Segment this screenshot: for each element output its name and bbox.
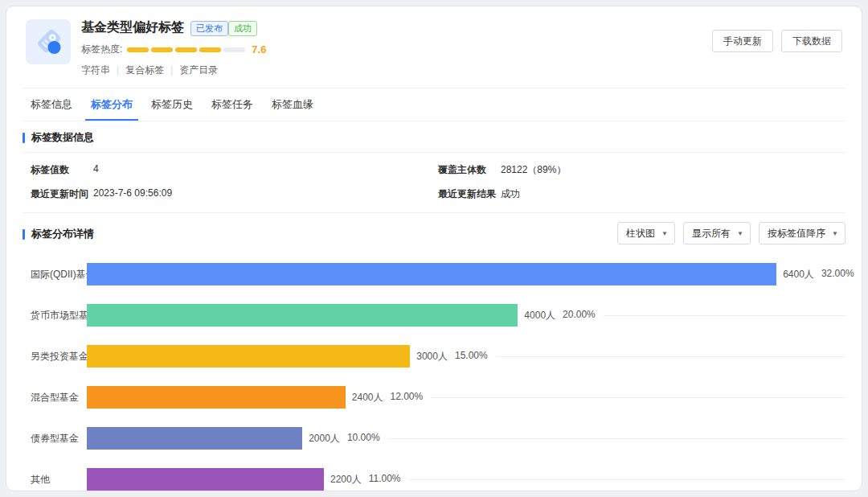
info-field-label: 标签值数 bbox=[31, 163, 93, 177]
leader-line bbox=[496, 356, 845, 357]
manual-update-button[interactable]: 手动更新 bbox=[712, 30, 773, 52]
heat-segment bbox=[199, 47, 221, 52]
leader-line bbox=[604, 315, 845, 316]
status-badge: 成功 bbox=[228, 21, 257, 36]
meta-separator: | bbox=[117, 64, 119, 76]
download-data-button[interactable]: 下载数据 bbox=[781, 30, 842, 52]
info-field: 最近更新结果成功 bbox=[438, 187, 845, 201]
data-info-title-row: 标签数据信息 bbox=[23, 121, 845, 153]
category-label: 国际(QDII)基金 bbox=[31, 268, 87, 281]
bar[interactable] bbox=[87, 304, 518, 327]
section-data-info: 标签数据信息 标签值数4覆盖主体数28122（89%）最近更新时间2023-7-… bbox=[23, 121, 845, 212]
distribution-chart: 国际(QDII)基金6400人32.00%货币市场型基金4000人20.00%另… bbox=[23, 263, 845, 491]
category-label: 货币市场型基金 bbox=[31, 309, 87, 322]
info-field: 标签值数4 bbox=[31, 163, 438, 177]
chevron-down-icon: ▼ bbox=[737, 230, 743, 237]
page-title: 基金类型偏好标签 bbox=[81, 19, 184, 36]
category-label: 混合型基金 bbox=[31, 391, 87, 405]
bar[interactable] bbox=[87, 427, 302, 450]
leader-line bbox=[431, 397, 845, 398]
bar-value-label: 6400人32.00% bbox=[783, 268, 854, 281]
meta-tag: 字符串 bbox=[81, 64, 110, 76]
select-value: 显示所有 bbox=[692, 227, 731, 240]
heat-segment bbox=[175, 47, 197, 52]
info-field-label: 覆盖主体数 bbox=[438, 163, 501, 177]
chart-select-0[interactable]: 柱状图▼ bbox=[617, 222, 675, 244]
chart-bar-row: 债券型基金2000人10.00% bbox=[31, 427, 845, 450]
bar-value-label: 2200人11.00% bbox=[330, 473, 401, 487]
header-actions: 手动更新下载数据 bbox=[712, 30, 842, 52]
chart-controls: 柱状图▼显示所有▼按标签值降序▼ bbox=[617, 222, 845, 244]
bar-plot-area: 6400人32.00% bbox=[87, 263, 845, 285]
bar-plot-area: 2200人11.00% bbox=[87, 468, 845, 491]
heat-value: 7.6 bbox=[252, 43, 266, 55]
chart-select-2[interactable]: 按标签值降序▼ bbox=[759, 222, 845, 244]
distribution-title-row: 标签分布详情 bbox=[23, 218, 94, 249]
tab-0[interactable]: 标签信息 bbox=[25, 88, 78, 121]
bar-percent-value: 20.00% bbox=[563, 309, 596, 322]
tag-meta: 字符串|复合标签|资产目录 bbox=[81, 64, 266, 77]
heat-label: 标签热度: bbox=[81, 43, 122, 56]
bar-plot-area: 3000人15.00% bbox=[87, 345, 845, 368]
tab-1[interactable]: 标签分布 bbox=[85, 88, 138, 121]
chart-bar-row: 另类投资基金3000人15.00% bbox=[31, 345, 845, 368]
chart-bar-row: 混合型基金2400人12.00% bbox=[31, 386, 845, 409]
tab-3[interactable]: 标签任务 bbox=[206, 88, 259, 121]
bar-people-value: 2000人 bbox=[309, 432, 340, 446]
info-field: 最近更新时间2023-7-6 09:56:09 bbox=[31, 187, 438, 201]
tag-detail-card: 基金类型偏好标签 已发布成功 标签热度: 7.6 字符串|复合标签|资产目录 手… bbox=[6, 6, 862, 491]
info-field-value: 成功 bbox=[501, 187, 520, 201]
header-info: 基金类型偏好标签 已发布成功 标签热度: 7.6 字符串|复合标签|资产目录 bbox=[81, 19, 266, 77]
bar-plot-area: 2400人12.00% bbox=[87, 386, 845, 409]
bar-value-label: 4000人20.00% bbox=[524, 309, 595, 322]
chart-bar-row: 货币市场型基金4000人20.00% bbox=[31, 304, 845, 327]
section-distribution: 标签分布详情 柱状图▼显示所有▼按标签值降序▼ 国际(QDII)基金6400人3… bbox=[23, 213, 845, 491]
bar[interactable] bbox=[87, 468, 324, 491]
info-field-label: 最近更新时间 bbox=[31, 187, 93, 201]
chart-bar-row: 国际(QDII)基金6400人32.00% bbox=[31, 263, 845, 285]
bar-people-value: 6400人 bbox=[783, 268, 814, 281]
meta-tag: 复合标签 bbox=[125, 64, 164, 76]
info-field-label: 最近更新结果 bbox=[438, 187, 501, 201]
meta-separator: | bbox=[170, 64, 173, 76]
bar-percent-value: 15.00% bbox=[455, 350, 488, 364]
tag-icon-glyph bbox=[34, 27, 63, 56]
category-label: 另类投资基金 bbox=[31, 350, 87, 364]
section-title-text: 标签数据信息 bbox=[31, 130, 94, 145]
tab-4[interactable]: 标签血缘 bbox=[266, 88, 319, 121]
bar-value-label: 2000人10.00% bbox=[309, 432, 379, 446]
bar[interactable] bbox=[87, 386, 346, 409]
chevron-down-icon: ▼ bbox=[832, 230, 838, 237]
leader-line bbox=[409, 479, 845, 480]
section-title-text: 标签分布详情 bbox=[31, 227, 94, 241]
heat-segment bbox=[223, 47, 245, 52]
select-value: 按标签值降序 bbox=[768, 227, 825, 240]
bar-percent-value: 32.00% bbox=[821, 268, 854, 281]
bar-value-label: 3000人15.00% bbox=[416, 350, 487, 364]
accent-bar bbox=[23, 229, 25, 240]
heat-row: 标签热度: 7.6 bbox=[81, 43, 266, 56]
select-value: 柱状图 bbox=[626, 227, 655, 240]
chart-bar-row: 其他2200人11.00% bbox=[31, 468, 845, 491]
bar-percent-value: 10.00% bbox=[347, 432, 380, 446]
tab-bar: 标签信息标签分布标签历史标签任务标签血缘 bbox=[23, 88, 845, 121]
bar-people-value: 2200人 bbox=[330, 473, 362, 487]
bar-plot-area: 2000人10.00% bbox=[87, 427, 845, 450]
category-label: 债券型基金 bbox=[31, 432, 87, 446]
accent-bar bbox=[23, 133, 25, 143]
header: 基金类型偏好标签 已发布成功 标签热度: 7.6 字符串|复合标签|资产目录 手… bbox=[23, 6, 845, 88]
bar-people-value: 3000人 bbox=[416, 350, 448, 364]
tab-2[interactable]: 标签历史 bbox=[145, 88, 199, 121]
chart-select-1[interactable]: 显示所有▼ bbox=[683, 222, 751, 244]
bar[interactable] bbox=[87, 345, 410, 368]
info-field-value: 28122（89%） bbox=[501, 163, 566, 177]
bar[interactable] bbox=[87, 263, 776, 285]
leader-line bbox=[388, 438, 845, 439]
status-badge: 已发布 bbox=[190, 21, 228, 36]
info-field-value: 2023-7-6 09:56:09 bbox=[93, 187, 172, 201]
page-background: 基金类型偏好标签 已发布成功 标签热度: 7.6 字符串|复合标签|资产目录 手… bbox=[0, 0, 868, 497]
info-field: 覆盖主体数28122（89%） bbox=[438, 163, 845, 177]
heat-segment bbox=[127, 47, 149, 52]
chevron-down-icon: ▼ bbox=[661, 230, 668, 237]
heat-progress-bar bbox=[127, 47, 245, 52]
